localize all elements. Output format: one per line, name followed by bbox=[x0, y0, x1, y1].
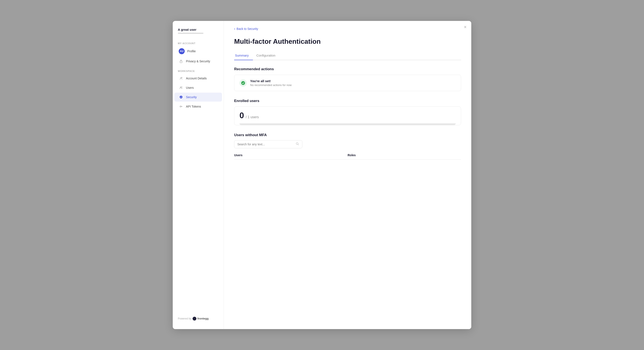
recommended-actions-text: You're all set! No recommended actions f… bbox=[250, 79, 292, 87]
sidebar-item-profile[interactable]: AU Profile bbox=[174, 46, 222, 56]
table-col-users: Users bbox=[234, 153, 348, 157]
check-circle-icon bbox=[240, 79, 247, 87]
main-content: ‹ Back to Security Multi-factor Authenti… bbox=[224, 21, 471, 329]
powered-by-label: Powered by bbox=[178, 317, 191, 320]
sidebar-item-api-tokens[interactable]: API Tokens bbox=[174, 102, 222, 111]
users-icon bbox=[179, 85, 184, 90]
sidebar-item-privacy-security-label: Privacy & Security bbox=[186, 60, 210, 63]
tabs-container: Summary Configuration bbox=[234, 52, 461, 60]
frontegg-brand-label: frontegg bbox=[197, 317, 208, 320]
enrolled-users-card: 0 / 1 users bbox=[234, 107, 461, 125]
enrolled-count: 0 bbox=[240, 111, 244, 120]
modal: × A great user MY ACCOUNT AU Profile P bbox=[173, 21, 471, 329]
back-link-label: Back to Security bbox=[236, 27, 258, 31]
sidebar-user-bar bbox=[178, 33, 204, 34]
sidebar-item-account-details[interactable]: Account Details bbox=[174, 74, 222, 83]
shield-icon bbox=[179, 95, 184, 100]
svg-point-7 bbox=[241, 81, 245, 85]
svg-rect-0 bbox=[180, 61, 182, 63]
sidebar-item-users[interactable]: Users bbox=[174, 83, 222, 92]
sidebar-footer: Powered by frontegg bbox=[173, 313, 224, 324]
sidebar-item-api-tokens-label: API Tokens bbox=[186, 105, 201, 108]
tab-summary[interactable]: Summary bbox=[234, 52, 253, 60]
sidebar-item-privacy-security[interactable]: Privacy & Security bbox=[174, 57, 222, 66]
sidebar-item-security-label: Security bbox=[186, 95, 197, 99]
workspace-section-label: WORKSPACE bbox=[173, 66, 224, 74]
tab-configuration[interactable]: Configuration bbox=[256, 52, 280, 60]
close-button[interactable]: × bbox=[464, 25, 466, 30]
recommended-actions-title: Recommended actions bbox=[234, 67, 461, 71]
modal-overlay: × A great user MY ACCOUNT AU Profile P bbox=[0, 0, 644, 350]
back-to-security-link[interactable]: ‹ Back to Security bbox=[234, 27, 258, 31]
search-box[interactable] bbox=[234, 140, 302, 148]
frontegg-logo: frontegg bbox=[192, 317, 208, 320]
users-without-mfa-title: Users without MFA bbox=[234, 133, 461, 137]
search-icon bbox=[296, 142, 299, 146]
my-account-section-label: MY ACCOUNT bbox=[173, 38, 224, 46]
profile-avatar: AU bbox=[179, 48, 185, 54]
svg-point-2 bbox=[182, 77, 182, 78]
progress-bar-track bbox=[240, 123, 456, 125]
sidebar-item-users-label: Users bbox=[186, 86, 194, 89]
recommended-actions-card: You're all set! No recommended actions f… bbox=[234, 75, 461, 91]
account-details-icon bbox=[179, 76, 184, 81]
sidebar-item-account-details-label: Account Details bbox=[186, 77, 207, 80]
table-col-roles: Roles bbox=[348, 153, 461, 157]
sidebar-item-profile-label: Profile bbox=[187, 50, 196, 53]
frontegg-logo-icon bbox=[192, 317, 196, 320]
api-tokens-icon bbox=[179, 104, 184, 109]
search-input[interactable] bbox=[237, 143, 294, 146]
lock-icon bbox=[179, 59, 184, 64]
sidebar-user-section: A great user bbox=[173, 28, 224, 38]
svg-point-4 bbox=[182, 87, 182, 87]
rec-status-title: You're all set! bbox=[250, 79, 292, 83]
svg-point-3 bbox=[180, 87, 181, 88]
svg-point-6 bbox=[180, 106, 181, 107]
enrolled-denom: / 1 users bbox=[246, 115, 259, 119]
page-title: Multi-factor Authentication bbox=[234, 38, 461, 46]
enrolled-users-title: Enrolled users bbox=[234, 99, 461, 103]
back-chevron-icon: ‹ bbox=[234, 27, 235, 31]
sidebar-username: A great user bbox=[178, 28, 218, 31]
sidebar: A great user MY ACCOUNT AU Profile Priva… bbox=[173, 21, 224, 329]
sidebar-item-security[interactable]: Security bbox=[174, 93, 222, 102]
table-header: Users Roles bbox=[234, 153, 461, 160]
enrolled-count-row: 0 / 1 users bbox=[240, 111, 456, 120]
rec-status-sub: No recommended actions for now bbox=[250, 84, 292, 87]
